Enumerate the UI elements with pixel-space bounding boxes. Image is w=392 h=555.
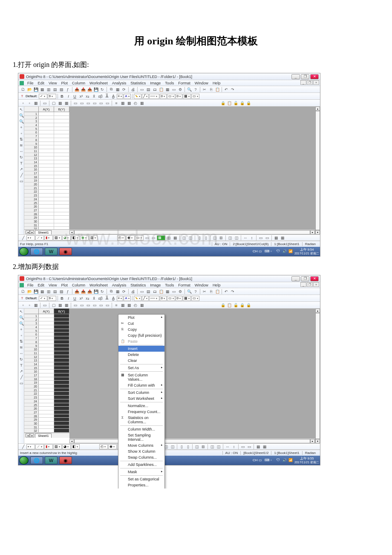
row-header[interactable]: 8: [24, 138, 39, 142]
line-color-combo[interactable]: ╱: [142, 296, 149, 301]
menu-item-frequency-count[interactable]: Frequency Count...: [118, 409, 164, 415]
cell[interactable]: [54, 392, 69, 395]
tray-ime-icon[interactable]: ▭: [259, 249, 263, 254]
cell[interactable]: [54, 119, 69, 123]
align-combo[interactable]: ≡: [117, 296, 124, 301]
underline-icon[interactable]: U: [72, 93, 78, 99]
start-button[interactable]: [19, 456, 29, 465]
cell[interactable]: [39, 325, 54, 329]
new-graph-icon[interactable]: ▤: [52, 87, 58, 92]
t13-icon[interactable]: ▭: [104, 100, 110, 106]
cell[interactable]: [54, 138, 69, 142]
cell[interactable]: [54, 429, 69, 432]
sheet-next-button[interactable]: ▸: [30, 434, 34, 437]
bb5-icon[interactable]: ▭: [150, 235, 156, 240]
cell[interactable]: [39, 347, 54, 351]
table-row[interactable]: 32: [24, 429, 69, 433]
table-row[interactable]: 16: [24, 370, 69, 373]
new-layout-icon[interactable]: ▭: [139, 289, 145, 294]
new-excel-icon[interactable]: ▥: [46, 87, 52, 92]
cell[interactable]: [39, 396, 54, 399]
cell[interactable]: [54, 216, 69, 219]
cell[interactable]: [54, 127, 69, 130]
lock4-icon[interactable]: 🔒: [245, 100, 251, 106]
t15-icon[interactable]: ▦: [120, 302, 126, 308]
row-header[interactable]: 7: [24, 134, 39, 138]
new-workbook-icon[interactable]: ▦: [39, 87, 45, 92]
contour-combo[interactable]: ◉: [80, 235, 89, 240]
t8-icon[interactable]: ▭: [72, 302, 78, 308]
row-header[interactable]: 30: [24, 422, 39, 425]
cell[interactable]: [54, 314, 69, 318]
cell[interactable]: [39, 358, 54, 362]
tool-icon[interactable]: ⚙: [177, 289, 183, 294]
text-tool-icon[interactable]: T: [19, 161, 24, 166]
cell[interactable]: [39, 384, 54, 388]
tray-vol-icon[interactable]: 🔊: [282, 458, 287, 463]
menu-item-sort-worksheet[interactable]: Sort Worksheet▸: [118, 396, 164, 402]
line-plot-icon[interactable]: ╱: [20, 235, 26, 240]
range-tool-icon[interactable]: ↔: [19, 149, 24, 154]
cell[interactable]: [39, 407, 54, 410]
copy-icon[interactable]: ⎘: [208, 87, 214, 92]
menu-plot[interactable]: Plot: [59, 81, 70, 85]
row-header[interactable]: 19: [24, 381, 39, 384]
menu-file[interactable]: File: [25, 81, 36, 85]
data-selector-icon[interactable]: +: [19, 327, 24, 332]
cell[interactable]: [54, 351, 69, 355]
table-row[interactable]: 9: [24, 142, 69, 146]
tray-ime-icon[interactable]: ▭: [259, 458, 263, 463]
table-row[interactable]: 6: [24, 130, 69, 134]
refresh-icon[interactable]: ↻: [99, 289, 105, 294]
cell[interactable]: [39, 164, 54, 168]
menu-file[interactable]: File: [25, 283, 36, 287]
cell[interactable]: [39, 186, 54, 190]
row-header[interactable]: 5: [24, 329, 39, 332]
table-row[interactable]: 20: [24, 384, 69, 388]
menu-item-normalize[interactable]: Normalize...: [118, 403, 164, 409]
cut-icon[interactable]: ✂: [202, 289, 208, 294]
t14-icon[interactable]: ≡: [113, 302, 119, 308]
row-header[interactable]: 21: [24, 186, 39, 190]
table-row[interactable]: 7: [24, 134, 69, 138]
g9-icon[interactable]: ↔: [242, 235, 248, 240]
table-row[interactable]: 25: [24, 201, 69, 205]
table-row[interactable]: 17: [24, 373, 69, 377]
g10-icon[interactable]: ↕: [249, 235, 255, 240]
cell[interactable]: [54, 197, 69, 201]
tool-icon[interactable]: ⚙: [177, 87, 183, 92]
t15-icon[interactable]: ▦: [120, 100, 126, 106]
bb7-icon[interactable]: ▥: [166, 235, 172, 240]
code-builder-icon[interactable]: ▦: [164, 87, 170, 92]
cell[interactable]: [39, 190, 54, 193]
cell[interactable]: [39, 205, 54, 208]
menu-plot[interactable]: Plot: [59, 283, 70, 287]
tray-lang-icon[interactable]: CH: [253, 249, 257, 254]
table-row[interactable]: 2: [24, 116, 69, 120]
grid-corner[interactable]: [24, 309, 39, 314]
pointer-tool-icon[interactable]: ↖: [19, 309, 24, 314]
row-header[interactable]: 15: [24, 164, 39, 168]
tray-flag-icon[interactable]: ▫: [271, 249, 275, 254]
line-style-combo[interactable]: ⬊: [134, 296, 141, 301]
dash-combo[interactable]: ──: [149, 296, 159, 301]
table-row[interactable]: 5: [24, 127, 69, 131]
menu-tools[interactable]: Tools: [163, 283, 176, 287]
row-header[interactable]: 2: [24, 116, 39, 119]
row-header[interactable]: 26: [24, 205, 39, 208]
row-header[interactable]: 1: [24, 314, 39, 318]
cell[interactable]: [54, 362, 69, 366]
cell[interactable]: [39, 168, 54, 171]
open-icon[interactable]: 📂: [26, 87, 32, 92]
greek-icon[interactable]: αβ: [98, 295, 104, 301]
reader-tool-icon[interactable]: 🔍: [19, 321, 24, 326]
row-header[interactable]: 3: [24, 321, 39, 325]
t3-icon[interactable]: ▦: [33, 100, 39, 106]
row-header[interactable]: 27: [24, 410, 39, 414]
row-header[interactable]: 6: [24, 332, 39, 336]
cell[interactable]: [54, 194, 69, 197]
import-icon[interactable]: 📥: [74, 289, 80, 294]
cell[interactable]: [39, 366, 54, 370]
g4-icon[interactable]: ▯: [185, 444, 191, 449]
add-column-icon[interactable]: ▤: [145, 87, 151, 92]
